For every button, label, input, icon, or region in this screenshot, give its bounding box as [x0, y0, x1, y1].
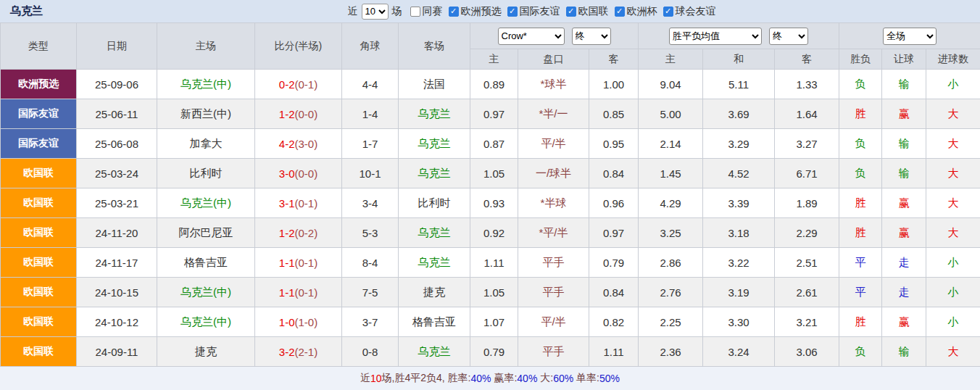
odds-win: 2.25: [639, 307, 703, 337]
score-cell: 1-0(1-0): [255, 307, 342, 337]
half-time-score: (3-0): [295, 138, 318, 150]
checkbox-icon[interactable]: [449, 7, 459, 17]
handicap-result-value: 走: [899, 256, 910, 268]
result-cell: 胜: [839, 99, 882, 129]
goals-result-cell: 小: [926, 248, 980, 278]
odds-company-select[interactable]: Crow*: [498, 28, 565, 45]
ah-away-odds: 0.82: [589, 307, 639, 337]
home-team-name: 乌克兰(中): [180, 286, 231, 298]
away-team-name: 比利时: [418, 196, 451, 209]
checkbox-icon[interactable]: [566, 7, 576, 17]
ah-home-odds: 0.87: [470, 129, 518, 159]
filter-label: 欧洲预选: [461, 5, 502, 18]
half-time-score: (0-1): [295, 286, 318, 299]
goals-result-cell: 大: [926, 218, 980, 248]
match-date-text: 25-03-21: [95, 197, 138, 209]
odds-win: 3.25: [639, 218, 703, 248]
goals-result-value: 大: [948, 107, 959, 120]
ah-line: 平/半: [518, 129, 589, 159]
result-value: 胜: [855, 315, 866, 328]
match-date: 25-09-06: [77, 70, 157, 99]
checkbox-icon[interactable]: [507, 7, 518, 17]
odds-draw: 5.11: [703, 70, 775, 99]
home-team-name: 加拿大: [190, 137, 223, 149]
ah-line-value: 平手: [543, 256, 565, 268]
handicap-result-value: 输: [899, 78, 910, 90]
full-time-score: 1-2: [279, 227, 295, 239]
away-team: 乌克兰: [399, 99, 470, 129]
col-header-home: 主场: [157, 23, 255, 70]
ah-home-odds: 0.97: [470, 99, 518, 129]
odds-draw-value: 3.29: [728, 138, 749, 150]
ah-away-odds: 0.84: [589, 278, 639, 307]
score-cell: 3-0(0-0): [255, 159, 342, 188]
match-date: 24-11-17: [77, 248, 157, 278]
match-row: 欧国联 25-03-21 乌克兰(中) 3-1(0-1) 3-4 比利时 0.9…: [1, 188, 980, 218]
away-team-name: 乌克兰: [418, 345, 451, 357]
matches-count-select[interactable]: 10: [362, 4, 389, 20]
games-label: 场: [392, 5, 402, 18]
col-header-ah-line: 盘口: [518, 49, 589, 70]
result-value: 平: [855, 256, 866, 268]
odds-win: 2.14: [639, 129, 703, 159]
odds-draw: 3.24: [703, 337, 775, 367]
competition-type-badge: 欧国联: [1, 337, 77, 367]
competition-type-label: 欧洲预选: [18, 78, 59, 89]
odds-lose-value: 1.33: [796, 78, 817, 91]
away-team-name: 法国: [423, 78, 445, 90]
checkbox-icon[interactable]: [615, 7, 625, 17]
odds-lose: 2.29: [775, 218, 839, 248]
home-team: 格鲁吉亚: [157, 248, 255, 278]
ah-home-odds-value: 1.11: [483, 257, 504, 269]
checkbox-icon[interactable]: [663, 7, 673, 17]
odds-draw: 3.19: [703, 278, 775, 307]
away-team-name: 乌克兰: [418, 137, 451, 149]
company-time-select[interactable]: 终: [572, 28, 611, 45]
filter-checkbox[interactable]: 欧洲预选: [449, 5, 502, 18]
ah-away-odds-value: 0.84: [603, 167, 624, 180]
ah-home-odds-value: 0.87: [483, 138, 504, 150]
filter-checkbox[interactable]: 欧国联: [566, 5, 609, 18]
asian-handicap-group-header: Crow* 终: [470, 23, 639, 49]
goals-result-cell: 大: [926, 129, 980, 159]
ah-home-odds-value: 0.79: [483, 346, 504, 358]
odds-lose-value: 3.27: [796, 138, 817, 150]
corner-cell: 8-4: [342, 248, 399, 278]
competition-type-label: 欧国联: [23, 196, 54, 208]
filter-checkbox[interactable]: 国际友谊: [507, 5, 560, 18]
wdl-time-select[interactable]: 终: [769, 28, 808, 45]
handicap-result-cell: 输: [882, 70, 926, 99]
ah-line: 平手: [518, 248, 589, 278]
result-value: 负: [855, 167, 866, 179]
ah-home-odds: 0.92: [470, 218, 518, 248]
goals-result-value: 小: [948, 286, 959, 298]
ah-home-odds: 0.93: [470, 188, 518, 218]
ah-away-odds-value: 1.11: [603, 346, 623, 358]
team-stats-page: 乌克兰 近 10 场 同赛欧洲预选国际友谊欧国联欧洲杯球会友谊 类型 日期 主场…: [0, 0, 980, 390]
odds-win: 2.36: [639, 337, 703, 367]
odds-lose: 3.06: [775, 337, 839, 367]
page-title: 乌克兰: [10, 4, 43, 18]
col-header-type: 类型: [1, 23, 77, 70]
competition-type-label: 欧国联: [23, 315, 54, 327]
result-cell: 负: [839, 159, 882, 188]
odds-draw-value: 5.11: [728, 78, 749, 91]
wdl-average-select[interactable]: 胜平负均值: [669, 28, 762, 45]
filter-checkbox[interactable]: 同赛: [410, 5, 443, 18]
checkbox-icon[interactable]: [410, 7, 420, 17]
full-time-score: 3-2: [279, 346, 295, 358]
odds-draw: 3.69: [703, 99, 775, 129]
filter-checkbox[interactable]: 球会友谊: [663, 5, 716, 18]
odds-draw: 4.52: [703, 159, 775, 188]
odds-draw-value: 3.18: [728, 227, 749, 239]
ah-home-odds-value: 0.89: [483, 78, 504, 91]
topbar: 乌克兰 近 10 场 同赛欧洲预选国际友谊欧国联欧洲杯球会友谊: [0, 0, 980, 22]
col-header-odds-away: 客: [775, 49, 839, 70]
result-cell: 负: [839, 129, 882, 159]
ah-line-value: 一/球半: [536, 167, 571, 179]
result-cell: 负: [839, 70, 882, 99]
half-time-score: (0-1): [295, 197, 318, 209]
filter-checkbox[interactable]: 欧洲杯: [615, 5, 657, 18]
odds-lose: 1.64: [775, 99, 839, 129]
period-select[interactable]: 全场: [883, 28, 937, 45]
